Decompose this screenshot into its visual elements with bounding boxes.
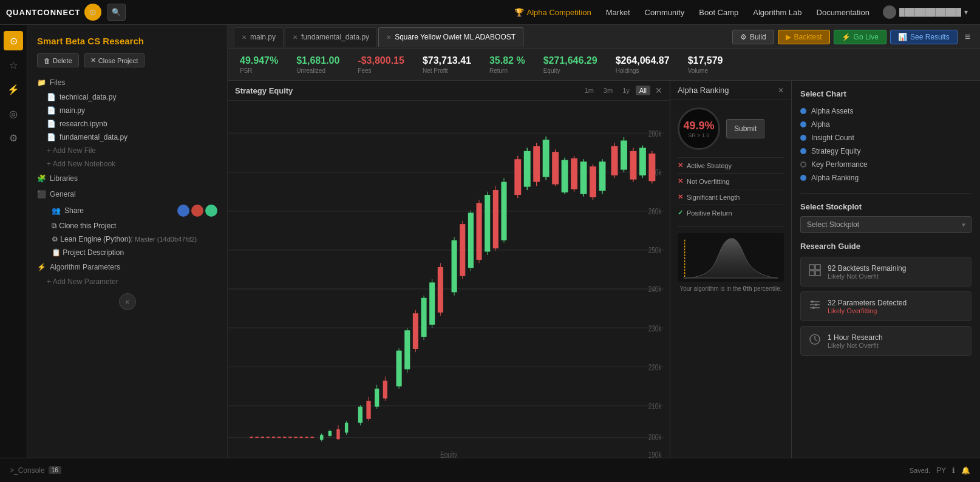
return-label: Return: [489, 67, 525, 74]
svg-text:240k: 240k: [648, 285, 662, 294]
right-panel: Select Chart Alpha Assets Alpha Insight …: [792, 81, 980, 458]
backtests-sub: Likely Not Overfit: [828, 273, 906, 280]
svg-rect-38: [396, 351, 402, 387]
guide-card-parameters: 32 Parameters Detected Likely Overfittin…: [800, 291, 971, 321]
file-item-research[interactable]: 📄 research.ipynb: [27, 117, 227, 131]
close-icon[interactable]: ✕: [386, 34, 391, 41]
nav-algorithm-lab[interactable]: Algorithm Lab: [746, 0, 809, 25]
research-guide: Research Guide 92 Backtests Remaining Li…: [800, 242, 971, 356]
console-info-icon[interactable]: ℹ: [952, 466, 955, 475]
see-results-button[interactable]: 📊 See Results: [890, 30, 958, 44]
general-section[interactable]: ⬛ General: [27, 186, 227, 202]
volume-label: Volume: [688, 67, 723, 74]
chart-option-alpha[interactable]: Alpha: [800, 118, 971, 131]
stockplot-select[interactable]: Select Stockplot: [800, 216, 971, 233]
libraries-section[interactable]: 🧩 Libraries: [27, 171, 227, 186]
more-options-icon[interactable]: ≡: [961, 29, 974, 45]
files-section[interactable]: 📁 Files: [27, 75, 227, 90]
svg-text:250k: 250k: [648, 245, 662, 255]
sidebar-icon-bolt[interactable]: ⚡: [4, 80, 23, 99]
chart-close-button[interactable]: ✕: [655, 86, 662, 95]
close-icon[interactable]: ✕: [242, 34, 247, 41]
doc-icon: 📋: [52, 248, 61, 257]
collapse-filetree-button[interactable]: «: [119, 293, 136, 310]
percentile-section: Your algorithm is in the 0th percentile.: [678, 226, 784, 292]
nav-alpha-competition[interactable]: 🏆 Alpha Competition: [507, 0, 599, 25]
svg-rect-30: [358, 407, 362, 423]
criteria-x-icon: ✕: [678, 161, 683, 169]
psr-circle-value: 49.9%: [683, 120, 714, 132]
add-notebook-link[interactable]: + Add New Notebook: [27, 157, 227, 171]
build-button[interactable]: ⚙ Build: [732, 30, 774, 44]
stat-holdings: $264,064.87 Holdings: [616, 55, 670, 74]
svg-rect-58: [485, 195, 490, 252]
user-menu[interactable]: ████████████ ▾: [877, 5, 974, 19]
nav-boot-camp[interactable]: Boot Camp: [692, 0, 746, 25]
chart-option-strategy-equity[interactable]: Strategy Equity: [800, 144, 971, 158]
guide-card-backtests: 92 Backtests Remaining Likely Not Overfi…: [800, 257, 971, 287]
chevron-down-icon: ▾: [964, 8, 968, 16]
delete-button[interactable]: 🗑 Delete: [37, 53, 79, 67]
console-bell-icon[interactable]: 🔔: [961, 466, 970, 475]
nav-community[interactable]: Community: [638, 0, 692, 25]
chart-option-insight-count[interactable]: Insight Count: [800, 131, 971, 144]
close-project-button[interactable]: ✕ Close Project: [84, 53, 145, 67]
clone-item[interactable]: ⧉ Clone this Project: [27, 219, 227, 233]
nav-market[interactable]: Market: [599, 0, 638, 25]
logo[interactable]: QUANTCONNECT ⊙: [6, 4, 101, 21]
period-all[interactable]: All: [636, 86, 650, 95]
candlestick-chart: 280k 270k 260k 250k 240k 230k 220k 210k …: [228, 101, 670, 458]
period-1y[interactable]: 1y: [619, 86, 633, 95]
add-file-link[interactable]: + Add New File: [27, 144, 227, 157]
project-description-item[interactable]: 📋 Project Description: [27, 246, 227, 259]
file-item-fundamental[interactable]: 📄 fundamental_data.py: [27, 131, 227, 144]
share-avatars: [177, 205, 217, 217]
stat-equity: $271,646.29 Equity: [543, 55, 597, 74]
file-item-technical[interactable]: 📄 technical_data.py: [27, 90, 227, 104]
algo-params-section[interactable]: ⚡ Algorithm Parameters: [27, 259, 227, 275]
dot-icon: [800, 175, 806, 181]
criteria-positive-return: ✓ Positive Return: [678, 205, 784, 220]
main-layout: ⊙ ☆ ⚡ ◎ ⚙ Smart Beta CS Research 🗑 Delet…: [0, 25, 980, 458]
general-icon: ⬛: [37, 190, 46, 199]
file-icon: 📄: [47, 106, 56, 115]
nav-documentation[interactable]: Documentation: [809, 0, 877, 25]
file-item-main[interactable]: 📄 main.py: [27, 104, 227, 117]
console-label[interactable]: >_Console 16: [10, 466, 61, 475]
chart-option-alpha-ranking[interactable]: Alpha Ranking: [800, 171, 971, 185]
console-status: Saved.: [910, 467, 930, 474]
stat-net-profit: $73,713.41 Net Profit: [423, 55, 471, 74]
search-button[interactable]: 🔍: [107, 4, 126, 21]
stockplot-select-wrapper: Select Stockplot: [800, 216, 971, 233]
avatar: [883, 5, 896, 19]
close-icon[interactable]: ✕: [293, 34, 298, 41]
period-3m[interactable]: 3m: [600, 86, 616, 95]
console-lang: PY: [936, 466, 946, 475]
sidebar-icon-gear[interactable]: ⚙: [4, 128, 23, 148]
tab-backtest[interactable]: ✕ Square Yellow Owlet ML ADABOOST: [378, 27, 523, 47]
tab-fundamental[interactable]: ✕ fundamental_data.py: [285, 27, 377, 47]
backtest-button[interactable]: ▶ Backtest: [778, 30, 830, 44]
svg-rect-34: [375, 389, 379, 406]
criteria-x-icon: ✕: [678, 177, 683, 185]
chart-option-key-performance[interactable]: Key Performance: [800, 158, 971, 171]
chart-option-alpha-assets[interactable]: Alpha Assets: [800, 104, 971, 118]
guide-card-backtests-text: 92 Backtests Remaining Likely Not Overfi…: [828, 264, 906, 280]
svg-rect-44: [421, 298, 427, 337]
svg-text:260k: 260k: [648, 206, 662, 216]
percentile-text: Your algorithm is in the 0th percentile.: [678, 285, 784, 292]
period-1m[interactable]: 1m: [581, 86, 597, 95]
tab-main-py[interactable]: ✕ main.py: [234, 27, 284, 47]
console-bar: >_Console 16 Saved. PY ℹ 🔔: [0, 458, 980, 482]
go-live-button[interactable]: ⚡ Go Live: [834, 30, 886, 44]
share-item[interactable]: 👥 Share: [27, 202, 227, 219]
holdings-label: Holdings: [616, 67, 670, 74]
alpha-ranking-title: Alpha Ranking: [678, 86, 778, 95]
lean-engine-item: ⚙ Lean Engine (Python): Master (14d0b47f…: [27, 233, 227, 246]
alpha-close-icon[interactable]: ✕: [778, 86, 784, 95]
sidebar-icon-globe[interactable]: ◎: [4, 104, 23, 123]
sidebar-icon-home[interactable]: ⊙: [4, 31, 23, 50]
submit-button[interactable]: Submit: [726, 119, 764, 138]
sidebar-icon-star[interactable]: ☆: [4, 55, 23, 75]
add-param-link[interactable]: + Add New Parameter: [27, 275, 227, 288]
